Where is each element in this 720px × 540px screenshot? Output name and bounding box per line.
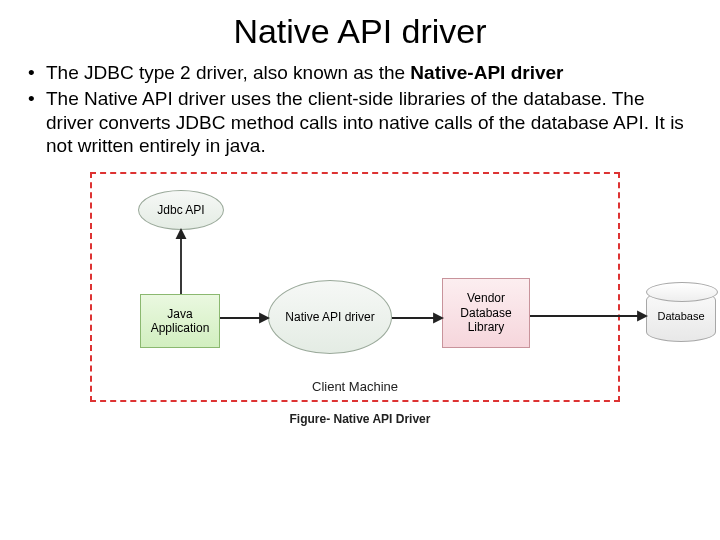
diagram: Jdbc API Java Application Native API dri… bbox=[80, 172, 640, 426]
arrow-native-to-vendor bbox=[392, 310, 442, 330]
jdbc-api-label: Jdbc API bbox=[157, 203, 204, 217]
svg-marker-1 bbox=[177, 230, 185, 238]
arrow-java-to-native bbox=[220, 310, 268, 330]
bullet-text: The JDBC type 2 driver, also known as th… bbox=[46, 62, 410, 83]
figure-caption: Figure- Native API Driver bbox=[80, 412, 640, 426]
native-api-driver-node: Native API driver bbox=[268, 280, 392, 354]
client-machine-label: Client Machine bbox=[312, 379, 398, 394]
native-api-driver-label: Native API driver bbox=[285, 310, 374, 324]
vendor-library-label: Vendor Database Library bbox=[443, 291, 529, 334]
java-application-label: Java Application bbox=[141, 307, 219, 336]
svg-marker-3 bbox=[260, 314, 268, 322]
bullet-text: The Native API driver uses the client-si… bbox=[46, 88, 684, 157]
database-label: Database bbox=[646, 310, 716, 322]
vendor-library-node: Vendor Database Library bbox=[442, 278, 530, 348]
jdbc-api-node: Jdbc API bbox=[138, 190, 224, 230]
arrow-java-to-jdbc bbox=[176, 230, 196, 294]
bullet-bold: Native-API driver bbox=[410, 62, 563, 83]
svg-marker-5 bbox=[434, 314, 442, 322]
database-node: Database bbox=[646, 282, 718, 346]
svg-marker-7 bbox=[638, 312, 646, 320]
bullet-item: The Native API driver uses the client-si… bbox=[28, 87, 692, 158]
bullet-list: The JDBC type 2 driver, also known as th… bbox=[28, 61, 692, 158]
page-title: Native API driver bbox=[28, 12, 692, 51]
arrow-vendor-to-database bbox=[530, 308, 646, 328]
bullet-item: The JDBC type 2 driver, also known as th… bbox=[28, 61, 692, 85]
java-application-node: Java Application bbox=[140, 294, 220, 348]
client-machine-box: Jdbc API Java Application Native API dri… bbox=[90, 172, 620, 402]
